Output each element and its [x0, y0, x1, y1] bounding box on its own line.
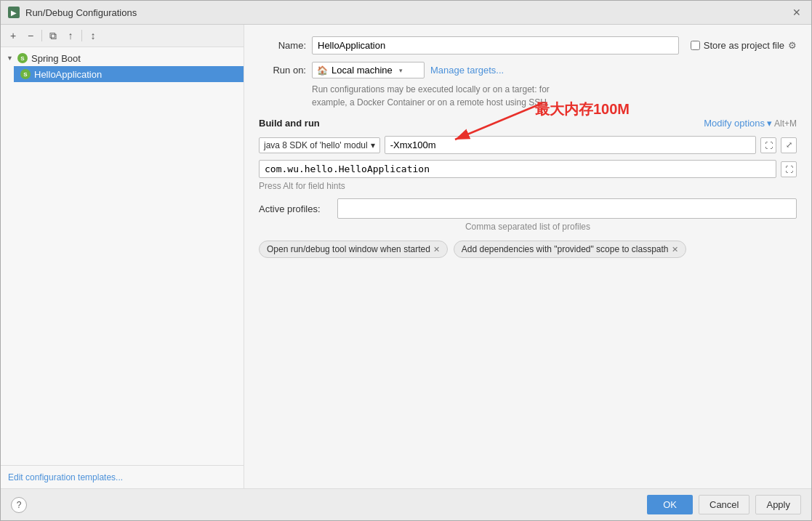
sidebar-toolbar: + − ⧉ ↑ ↕ [1, 25, 244, 47]
spring-boot-group-icon: S [17, 52, 28, 64]
add-configuration-button[interactable]: + [5, 28, 21, 44]
configurations-tree: ▼ S Spring Boot S HelloApplication [1, 47, 244, 465]
toolbar-divider-2 [81, 30, 82, 41]
copy-configuration-button[interactable]: ⧉ [45, 28, 61, 44]
ok-button[interactable]: OK [647, 495, 693, 514]
store-as-project-checkbox[interactable] [691, 41, 700, 50]
spring-boot-children: S HelloApplication [1, 66, 244, 82]
dialog-icon: ▶ [8, 7, 20, 18]
modify-options-button[interactable]: Modify options ▾ Alt+M [704, 118, 797, 129]
tags-row: Open run/debug tool window when started … [259, 241, 797, 258]
add-dependencies-label: Add dependencies with "provided" scope t… [462, 244, 669, 254]
move-configuration-button[interactable]: ↑ [63, 28, 79, 44]
active-profiles-row: Active profiles: [259, 198, 797, 219]
add-dependencies-tag: Add dependencies with "provided" scope t… [454, 241, 686, 258]
toolbar-divider [41, 30, 42, 41]
dialog-title: Run/Debug Configurations [25, 7, 137, 18]
build-run-wrapper: java 8 SDK of 'hello' modul ▾ ⛶ ⤢ [259, 136, 797, 154]
run-on-row: Run on: 🏠 Local machine ▾ Manage targets… [259, 62, 797, 78]
run-on-hint: Run configurations may be executed local… [312, 83, 797, 109]
hello-application-label: HelloApplication [34, 69, 102, 80]
hello-app-icon: S [20, 68, 31, 80]
fullscreen-button[interactable]: ⤢ [781, 137, 797, 153]
name-input[interactable] [312, 36, 679, 54]
open-tool-window-label: Open run/debug tool window when started [267, 244, 430, 254]
main-class-input[interactable] [259, 160, 776, 178]
press-alt-hint: Press Alt for field hints [259, 181, 797, 191]
sidebar: + − ⧉ ↑ ↕ ▼ S Spring Boot [1, 25, 244, 488]
name-row: Name: Store as project file ⚙ [259, 36, 797, 54]
open-tool-window-tag: Open run/debug tool window when started … [259, 241, 448, 258]
apply-button[interactable]: Apply [755, 495, 801, 514]
footer-right: OK Cancel Apply [647, 495, 801, 514]
sort-configurations-button[interactable]: ↕ [85, 28, 101, 44]
close-add-dependencies-button[interactable]: ✕ [672, 245, 678, 254]
expand-main-class-button[interactable]: ⛶ [781, 161, 797, 177]
title-bar-left: ▶ Run/Debug Configurations [8, 7, 137, 18]
sdk-dropdown-arrow-icon: ▾ [371, 140, 375, 150]
run-debug-dialog: ▶ Run/Debug Configurations ✕ + − ⧉ ↑ ↕ ▼ [0, 0, 812, 521]
vm-options-input[interactable] [385, 136, 756, 154]
help-button[interactable]: ? [11, 497, 27, 513]
cancel-button[interactable]: Cancel [699, 495, 749, 514]
spring-boot-group: ▼ S Spring Boot S HelloApplication [1, 50, 244, 82]
store-as-project-label: Store as project file [704, 40, 784, 51]
edit-templates-link[interactable]: Edit configuration templates... [8, 472, 123, 482]
gear-icon[interactable]: ⚙ [788, 40, 797, 51]
spring-boot-group-header[interactable]: ▼ S Spring Boot [1, 50, 244, 66]
comma-separated-hint: Comma separated list of profiles [259, 222, 797, 232]
java-sdk-value: java 8 SDK of 'hello' modul [264, 140, 368, 150]
java-vm-row: java 8 SDK of 'hello' modul ▾ ⛶ ⤢ [259, 136, 797, 154]
main-content: Name: Store as project file ⚙ Run on: 🏠 … [244, 25, 811, 488]
footer-left: ? [11, 497, 27, 513]
run-on-value: Local machine [331, 65, 393, 76]
section-title: Build and run [259, 118, 320, 129]
run-on-dropdown[interactable]: 🏠 Local machine ▾ [312, 62, 425, 78]
run-on-label: Run on: [259, 65, 306, 76]
spring-boot-group-label: Spring Boot [31, 53, 81, 64]
expand-vm-options-button[interactable]: ⛶ [760, 137, 776, 153]
hello-application-item[interactable]: S HelloApplication [14, 66, 244, 82]
main-class-row: ⛶ [259, 160, 797, 178]
java-sdk-dropdown[interactable]: java 8 SDK of 'hello' modul ▾ [259, 137, 380, 153]
home-icon: 🏠 [317, 65, 328, 76]
remove-configuration-button[interactable]: − [23, 28, 39, 44]
active-profiles-label: Active profiles: [259, 203, 331, 214]
close-open-tool-window-button[interactable]: ✕ [433, 245, 440, 254]
name-label: Name: [259, 40, 306, 51]
build-run-section-header: Build and run Modify options ▾ Alt+M [259, 118, 797, 129]
title-bar: ▶ Run/Debug Configurations ✕ [1, 1, 811, 25]
sidebar-footer: Edit configuration templates... [1, 465, 244, 488]
expand-arrow: ▼ [7, 54, 14, 62]
manage-targets-link[interactable]: Manage targets... [430, 65, 504, 76]
modify-shortcut: Alt+M [774, 118, 797, 129]
store-as-project-row: Store as project file ⚙ [691, 40, 797, 51]
close-button[interactable]: ✕ [789, 5, 804, 20]
dialog-body: + − ⧉ ↑ ↕ ▼ S Spring Boot [1, 25, 811, 488]
dialog-footer: ? OK Cancel Apply [1, 488, 811, 520]
dropdown-arrow-icon: ▾ [399, 67, 403, 74]
active-profiles-input[interactable] [337, 198, 797, 219]
